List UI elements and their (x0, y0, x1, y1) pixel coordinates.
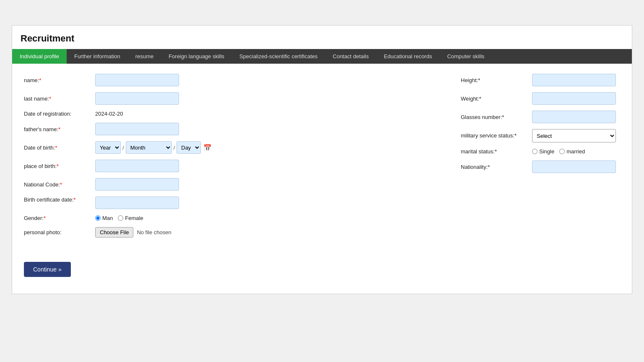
birth-certificate-date-row: Birth certificate date:* (24, 197, 444, 209)
fathers-name-input[interactable] (95, 123, 179, 135)
nationality-input[interactable] (532, 160, 616, 173)
marital-single-option[interactable]: Single (532, 148, 554, 155)
gender-man-radio[interactable] (95, 215, 101, 221)
national-code-row: National Code:* (24, 178, 444, 191)
military-service-status-select[interactable]: Select (532, 129, 616, 142)
date-of-registration-value: 2024-02-20 (95, 111, 123, 117)
glasses-number-row: Glasses number:* (461, 111, 620, 123)
weight-input[interactable] (532, 92, 616, 105)
continue-button[interactable]: Continue » (24, 262, 71, 277)
glasses-number-label: Glasses number:* (461, 114, 528, 120)
place-of-birth-row: place of birth:* (24, 160, 444, 172)
dob-year-select[interactable]: Year (95, 141, 121, 154)
military-service-status-row: military service status:* Select (461, 129, 620, 142)
name-input[interactable] (95, 74, 179, 86)
personal-photo-label: personal photo: (24, 229, 91, 235)
last-name-row: last name:* (24, 92, 444, 105)
marital-single-radio[interactable] (532, 149, 538, 154)
last-name-input[interactable] (95, 92, 179, 105)
tab-foreign-language-skills[interactable]: Foreign language skills (161, 49, 232, 64)
gender-man-option[interactable]: Man (95, 215, 113, 221)
height-input[interactable] (532, 74, 616, 86)
file-upload-container: Choose File No file chosen (95, 227, 171, 238)
place-of-birth-input[interactable] (95, 160, 179, 172)
date-of-birth-row: Date of birth:* Year / Month / Day 📅 (24, 141, 444, 154)
date-of-registration-row: Date of registration: 2024-02-20 (24, 111, 444, 117)
national-code-input[interactable] (95, 178, 179, 191)
gender-female-option[interactable]: Female (118, 215, 143, 221)
marital-married-option[interactable]: married (559, 148, 585, 155)
tab-bar: Individual profile Further information r… (12, 49, 632, 64)
tab-specialized-scientific-certificates[interactable]: Specialized-scientific certificates (232, 49, 325, 64)
form-right: Height:* Weight:* Glasses number:* (461, 74, 620, 243)
gender-radio-group: Man Female (95, 215, 143, 221)
nationality-row: Nationality:* (461, 160, 620, 173)
fathers-name-row: father's name:* (24, 123, 444, 135)
page-title: Recruitment (12, 26, 632, 49)
military-service-status-label: military service status:* (461, 132, 528, 140)
fathers-name-label: father's name:* (24, 126, 91, 132)
name-row: name:* (24, 74, 444, 86)
tab-individual-profile[interactable]: Individual profile (12, 49, 67, 64)
date-of-registration-label: Date of registration: (24, 111, 91, 117)
weight-label: Weight:* (461, 96, 528, 102)
tab-further-information[interactable]: Further information (67, 49, 128, 64)
date-of-birth-label: Date of birth:* (24, 145, 91, 151)
birth-certificate-date-input[interactable] (95, 197, 179, 209)
form-area: name:* last name:* Date of registration:… (12, 64, 632, 253)
birth-certificate-date-label: Birth certificate date:* (24, 197, 91, 203)
height-row: Height:* (461, 74, 620, 86)
tab-contact-details[interactable]: Contact details (325, 49, 377, 64)
last-name-label: last name:* (24, 96, 91, 102)
marital-status-label: marital status:* (461, 148, 528, 155)
height-label: Height:* (461, 77, 528, 83)
tab-resume[interactable]: resume (128, 49, 161, 64)
marital-status-radio-group: Single married (532, 148, 585, 155)
national-code-label: National Code:* (24, 181, 91, 188)
glasses-number-input[interactable] (532, 111, 616, 123)
tab-computer-skills[interactable]: Computer skills (439, 49, 492, 64)
personal-photo-row: personal photo: Choose File No file chos… (24, 227, 444, 238)
name-label: name:* (24, 77, 91, 83)
dob-day-select[interactable]: Day (177, 141, 201, 154)
marital-married-radio[interactable] (559, 149, 565, 154)
tab-educational-records[interactable]: Educational records (377, 49, 440, 64)
choose-file-button[interactable]: Choose File (95, 227, 133, 238)
gender-female-radio[interactable] (118, 215, 123, 221)
gender-label: Gender:* (24, 215, 91, 221)
gender-row: Gender:* Man Female (24, 215, 444, 221)
nationality-label: Nationality:* (461, 164, 528, 170)
weight-row: Weight:* (461, 92, 620, 105)
dob-month-select[interactable]: Month (126, 141, 172, 154)
calendar-icon[interactable]: 📅 (203, 144, 212, 152)
form-left: name:* last name:* Date of registration:… (24, 74, 444, 243)
place-of-birth-label: place of birth:* (24, 163, 91, 169)
no-file-text: No file chosen (137, 229, 171, 235)
page-container: Recruitment Individual profile Further i… (12, 25, 632, 294)
dob-container: Year / Month / Day 📅 (95, 141, 212, 154)
marital-status-row: marital status:* Single married (461, 148, 620, 155)
